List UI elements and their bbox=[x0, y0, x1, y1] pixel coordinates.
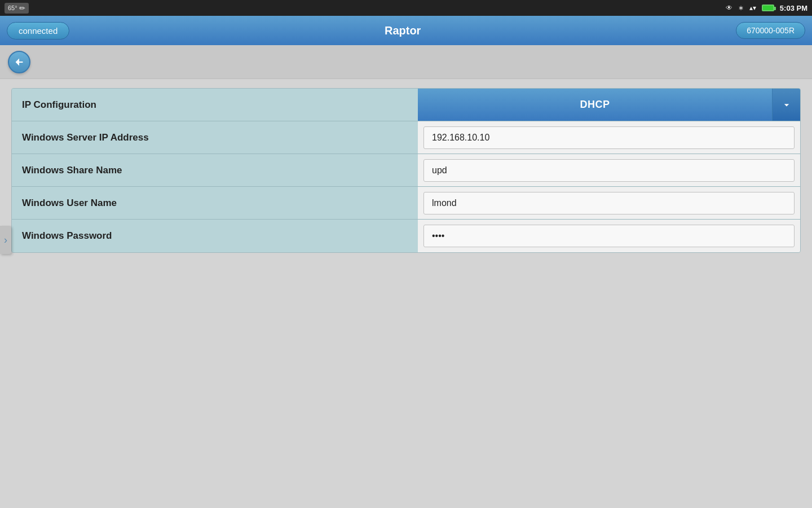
value-password bbox=[418, 220, 800, 252]
label-share-name: Windows Share Name bbox=[12, 154, 418, 186]
label-password: Windows Password bbox=[12, 220, 418, 252]
battery-icon bbox=[762, 5, 774, 11]
status-left: 65° ✏ bbox=[5, 3, 29, 14]
back-button[interactable] bbox=[8, 51, 30, 73]
connected-button[interactable]: connected bbox=[7, 22, 69, 40]
status-bar: 65° ✏ 👁 ∗ ▴▾ 5:03 PM bbox=[0, 0, 812, 16]
eye-icon: 👁 bbox=[726, 4, 732, 12]
temp-value: 65° bbox=[8, 5, 17, 11]
label-ip-config: IP Configuration bbox=[12, 89, 418, 121]
input-password[interactable] bbox=[423, 225, 795, 247]
dhcp-value-label: DHCP bbox=[418, 89, 772, 121]
back-arrow-icon bbox=[13, 56, 25, 68]
input-server-ip[interactable] bbox=[423, 126, 795, 149]
bluetooth-icon: ∗ bbox=[738, 4, 744, 12]
form-table: IP Configuration DHCP Windows Server IP … bbox=[11, 88, 801, 253]
form-row-share-name: Windows Share Name bbox=[12, 154, 800, 187]
device-id-button[interactable]: 670000-005R bbox=[736, 22, 805, 39]
toolbar bbox=[0, 45, 812, 79]
form-row-password: Windows Password bbox=[12, 220, 800, 252]
status-time: 5:03 PM bbox=[780, 4, 807, 12]
form-row-server-ip: Windows Server IP Address bbox=[12, 121, 800, 154]
app-title: Raptor bbox=[69, 24, 736, 37]
form-row-user-name: Windows User Name bbox=[12, 187, 800, 220]
value-share-name bbox=[418, 154, 800, 186]
input-share-name[interactable] bbox=[423, 159, 795, 182]
input-user-name[interactable] bbox=[423, 192, 795, 214]
app-bar: connected Raptor 670000-005R bbox=[0, 16, 812, 45]
form-row-ip-config: IP Configuration DHCP bbox=[12, 89, 800, 121]
pencil-icon: ✏ bbox=[19, 4, 25, 12]
value-server-ip bbox=[418, 121, 800, 154]
chevron-right-icon: › bbox=[4, 234, 7, 246]
value-user-name bbox=[418, 187, 800, 219]
main-content: IP Configuration DHCP Windows Server IP … bbox=[0, 79, 812, 262]
chevron-down-icon bbox=[781, 99, 792, 111]
label-server-ip: Windows Server IP Address bbox=[12, 121, 418, 154]
side-chevron-button[interactable]: › bbox=[0, 226, 11, 254]
temp-display: 65° ✏ bbox=[5, 3, 29, 14]
label-user-name: Windows User Name bbox=[12, 187, 418, 219]
dhcp-chevron-icon[interactable] bbox=[772, 89, 800, 121]
status-right: 👁 ∗ ▴▾ 5:03 PM bbox=[726, 4, 807, 12]
dhcp-dropdown[interactable]: DHCP bbox=[418, 89, 800, 121]
wifi-icon: ▴▾ bbox=[749, 4, 756, 12]
